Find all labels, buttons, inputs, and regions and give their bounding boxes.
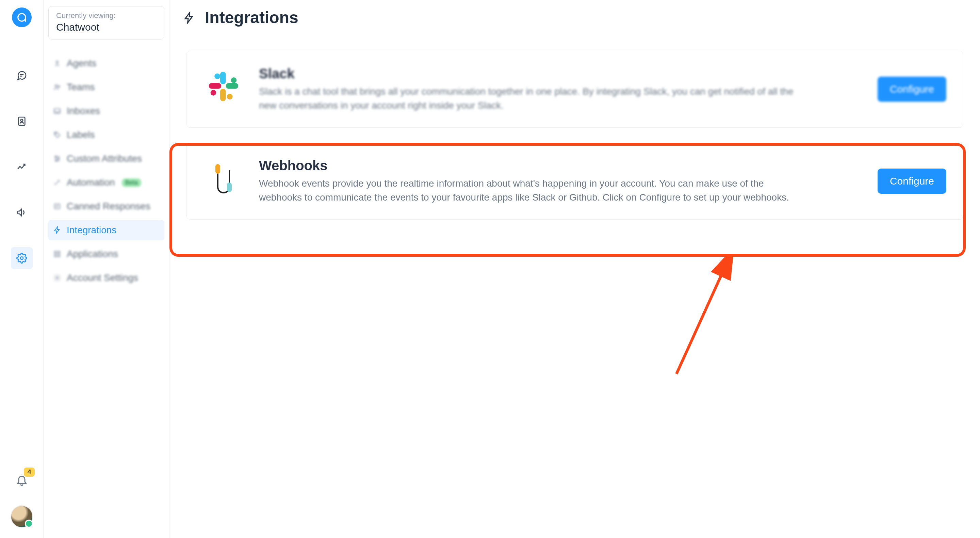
sidebar-item-applications[interactable]: Applications	[48, 244, 164, 264]
sidebar-item-custom-attributes[interactable]: Custom Attributes	[48, 148, 164, 169]
svg-rect-15	[58, 255, 60, 257]
svg-point-21	[215, 73, 220, 79]
sidebar-item-label: Custom Attributes	[67, 153, 142, 164]
sidebar-item-agents[interactable]: Agents	[48, 53, 164, 73]
icon-rail: 4	[0, 0, 43, 538]
tag-icon	[53, 131, 61, 139]
integration-action: Configure	[878, 77, 946, 102]
app-root: 4 Currently viewing: Chatwoot AgentsTeam…	[0, 0, 980, 538]
chat-icon	[16, 70, 27, 81]
contact-icon	[16, 116, 27, 127]
svg-rect-11	[54, 204, 60, 209]
svg-point-4	[55, 85, 57, 87]
rail-items	[11, 65, 33, 269]
svg-point-16	[56, 277, 58, 279]
annotation-arrow	[659, 255, 741, 377]
svg-line-28	[676, 262, 727, 374]
currently-viewing-label: Currently viewing:	[56, 11, 156, 20]
svg-point-2	[21, 257, 23, 259]
megaphone-icon	[16, 207, 27, 218]
team-icon	[53, 83, 61, 91]
svg-rect-12	[54, 251, 56, 253]
svg-rect-20	[209, 83, 221, 89]
sidebar-item-integrations[interactable]: Integrations	[48, 220, 164, 240]
main-content: Integrations SlackSlack is a chat tool t…	[169, 0, 980, 538]
sidebar-item-label: Integrations	[67, 225, 116, 236]
integration-description: Slack is a chat tool that brings all you…	[259, 85, 803, 112]
configure-button[interactable]: Configure	[878, 77, 946, 102]
wand-icon	[53, 179, 61, 187]
sidebar-item-automation[interactable]: AutomationBeta	[48, 172, 164, 193]
integration-title: Slack	[259, 66, 862, 81]
sidebar-item-teams[interactable]: Teams	[48, 77, 164, 97]
rail-item-reports[interactable]	[11, 156, 33, 178]
sidebar-item-label: Canned Responses	[67, 201, 150, 212]
sidebar-item-label: Labels	[67, 129, 95, 140]
rail-bottom: 4	[0, 474, 43, 528]
integration-card-slack: SlackSlack is a chat tool that brings al…	[186, 51, 963, 128]
sidebar-item-label: Applications	[67, 249, 118, 259]
sidebar-item-label: Agents	[67, 58, 96, 69]
integration-card-webhooks: WebhooksWebhook events provide you the r…	[186, 143, 963, 220]
svg-point-23	[227, 94, 233, 100]
sidebar-item-inboxes[interactable]: Inboxes	[48, 101, 164, 121]
sidebar-item-canned-responses[interactable]: Canned Responses	[48, 196, 164, 217]
account-switcher[interactable]: Currently viewing: Chatwoot	[48, 6, 164, 40]
rail-item-settings[interactable]	[11, 247, 33, 269]
svg-point-5	[58, 86, 60, 88]
grid-icon	[53, 250, 61, 258]
settings-sidebar: Currently viewing: Chatwoot AgentsTeamsI…	[43, 0, 169, 538]
integration-card-content: SlackSlack is a chat tool that brings al…	[259, 66, 862, 112]
notification-count-badge: 4	[24, 468, 34, 477]
integration-cards: SlackSlack is a chat tool that brings al…	[180, 51, 969, 220]
svg-rect-13	[58, 251, 60, 253]
svg-rect-18	[226, 83, 239, 89]
reports-icon	[16, 161, 27, 172]
sidebar-item-account-settings[interactable]: Account Settings	[48, 268, 164, 288]
currently-viewing-value: Chatwoot	[56, 21, 156, 33]
logo-icon	[17, 12, 27, 22]
sidebar-item-label: Automation	[67, 177, 115, 188]
webhooks-icon	[203, 158, 244, 199]
svg-rect-25	[215, 164, 220, 174]
svg-point-24	[211, 90, 216, 96]
bolt-icon	[183, 11, 195, 24]
integration-action: Configure	[878, 169, 946, 194]
avatar[interactable]	[11, 505, 33, 528]
sidebar-item-label: Account Settings	[67, 272, 138, 283]
sidebar-item-label: Teams	[67, 82, 95, 93]
svg-point-7	[56, 133, 56, 134]
settings-side-list: AgentsTeamsInboxesLabelsCustom Attribute…	[48, 53, 164, 288]
integration-card-content: WebhooksWebhook events provide you the r…	[259, 158, 862, 204]
canned-icon	[53, 202, 61, 211]
page-title: Integrations	[205, 8, 298, 27]
sidebar-item-badge: Beta	[122, 179, 141, 187]
sliders-icon	[53, 155, 61, 163]
users-icon	[53, 59, 61, 67]
svg-point-3	[56, 61, 58, 63]
rail-item-conversations[interactable]	[11, 65, 33, 86]
bolt-icon	[53, 226, 61, 234]
svg-rect-14	[54, 255, 56, 257]
gear-icon	[16, 253, 27, 263]
integration-title: Webhooks	[259, 158, 862, 173]
inbox-icon	[53, 107, 61, 115]
gear-icon	[53, 274, 61, 282]
notifications-button[interactable]: 4	[16, 474, 28, 488]
slack-icon	[203, 66, 244, 107]
svg-rect-17	[220, 72, 226, 85]
svg-point-22	[231, 77, 237, 83]
svg-rect-19	[220, 89, 226, 102]
svg-point-1	[21, 119, 23, 121]
rail-item-contacts[interactable]	[11, 110, 33, 132]
app-logo[interactable]	[12, 8, 32, 27]
integration-description: Webhook events provide you the realtime …	[259, 177, 803, 204]
svg-rect-26	[227, 182, 232, 192]
rail-item-campaigns[interactable]	[11, 201, 33, 224]
sidebar-item-labels[interactable]: Labels	[48, 125, 164, 145]
sidebar-item-label: Inboxes	[67, 105, 100, 117]
page-header: Integrations	[180, 8, 969, 27]
configure-button[interactable]: Configure	[878, 169, 946, 194]
